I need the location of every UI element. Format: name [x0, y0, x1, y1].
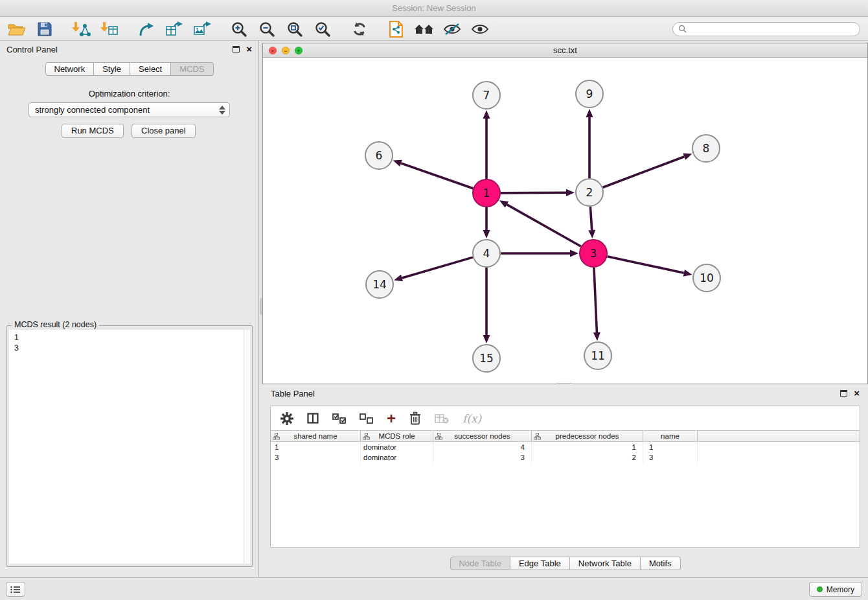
zoom-in-button[interactable] [227, 19, 251, 40]
criterion-dropdown[interactable]: strongly connected component [29, 102, 230, 117]
zoom-out-button[interactable] [255, 19, 279, 40]
zoom-fit-icon [286, 21, 303, 38]
close-table-panel-icon[interactable]: × [854, 389, 860, 398]
close-window-icon[interactable]: × [269, 47, 277, 54]
search-field[interactable] [672, 22, 860, 36]
zoom-window-icon[interactable]: + [295, 47, 303, 54]
column-header-mcds-role[interactable]: MCDS role [361, 431, 433, 441]
node-table-card: + [270, 406, 860, 548]
graph-edge-1-6[interactable] [401, 163, 473, 189]
column-header-shared-name[interactable]: shared name [271, 431, 361, 441]
select-all-columns-button[interactable] [332, 413, 346, 424]
tab-select[interactable]: Select [130, 62, 171, 76]
vertical-split-handle[interactable] [260, 298, 262, 315]
tab-edge-table[interactable]: Edge Table [510, 557, 570, 570]
graph-node-3[interactable]: 3 [580, 240, 607, 267]
memory-status-icon [817, 586, 823, 592]
graph-node-2[interactable]: 2 [576, 179, 603, 206]
close-panel-icon[interactable]: × [246, 45, 252, 54]
cell-predecessor-nodes[interactable]: 2 [532, 452, 643, 463]
table-row[interactable]: 1 dominator 4 1 1 [271, 442, 860, 452]
graph-node-15[interactable]: 15 [473, 345, 500, 372]
cell-mcds-role[interactable]: dominator [361, 442, 433, 452]
cell-mcds-role[interactable]: dominator [361, 452, 433, 463]
float-panel-icon[interactable] [233, 46, 240, 52]
cell-shared-name[interactable]: 3 [271, 452, 361, 463]
export-network-file-button[interactable] [385, 19, 408, 40]
memory-button[interactable]: Memory [809, 582, 862, 597]
graph-node-4[interactable]: 4 [473, 240, 500, 267]
graph-edge-3-10[interactable] [607, 257, 683, 273]
graph-node-9[interactable]: 9 [576, 80, 603, 108]
close-panel-button[interactable]: Close panel [131, 124, 196, 138]
graph-edge-2-3[interactable] [590, 207, 591, 230]
import-table-button[interactable] [98, 19, 121, 40]
show-columns-button[interactable] [307, 413, 319, 424]
mcds-result-groupbox: MCDS result (2 nodes) 1 3 [6, 325, 253, 567]
edge-arrowhead-icon [683, 154, 692, 160]
float-table-panel-icon[interactable] [840, 390, 847, 397]
control-panel-title: Control Panel [6, 45, 58, 54]
tab-style[interactable]: Style [94, 62, 130, 76]
graph-edge-3-1[interactable] [507, 205, 580, 247]
graph-edge-3-11[interactable] [594, 268, 597, 332]
minimize-window-icon[interactable]: − [282, 47, 290, 54]
cell-successor-nodes[interactable]: 3 [433, 452, 532, 463]
cell-predecessor-nodes[interactable]: 1 [532, 442, 643, 452]
deselect-all-columns-button[interactable] [360, 413, 373, 424]
hide-graphics-details-button[interactable] [440, 19, 464, 40]
first-neighbors-button[interactable] [413, 19, 436, 40]
graph-node-11[interactable]: 11 [584, 342, 611, 369]
mcds-result-line: 3 [14, 343, 245, 353]
birds-eye-view-button[interactable] [468, 19, 492, 40]
graph-node-8[interactable]: 8 [692, 135, 720, 162]
tab-network-table[interactable]: Network Table [570, 557, 641, 570]
task-history-button[interactable] [6, 582, 25, 597]
delete-column-button[interactable] [409, 411, 421, 425]
tab-network[interactable]: Network [45, 62, 94, 76]
graph-node-7[interactable]: 7 [473, 82, 500, 109]
tab-motifs[interactable]: Motifs [641, 557, 681, 570]
search-input[interactable] [691, 25, 854, 34]
graph-node-10[interactable]: 10 [693, 264, 720, 292]
import-network-button[interactable] [70, 19, 93, 40]
tab-node-table[interactable]: Node Table [450, 557, 510, 570]
open-file-button[interactable] [5, 19, 29, 40]
column-settings-button[interactable] [280, 412, 293, 425]
save-session-button[interactable] [33, 19, 56, 40]
zoom-in-icon [231, 21, 247, 38]
tab-mcds[interactable]: MCDS [171, 62, 213, 76]
export-image-button[interactable] [190, 19, 214, 40]
network-window-titlebar[interactable]: × − + scc.txt [263, 43, 867, 58]
cell-name[interactable]: 1 [643, 442, 698, 452]
delete-table-button[interactable] [435, 413, 449, 424]
refresh-network-button[interactable] [348, 19, 371, 40]
export-table-button[interactable] [163, 19, 186, 40]
edge-arrowhead-icon [570, 250, 578, 257]
svg-text:14: 14 [372, 278, 387, 291]
cell-successor-nodes[interactable]: 4 [433, 442, 532, 452]
column-header-name[interactable]: name [643, 431, 698, 441]
graph-node-1[interactable]: 1 [473, 179, 500, 207]
table-row[interactable]: 3 dominator 3 2 3 [271, 452, 860, 463]
run-mcds-button[interactable]: Run MCDS [62, 124, 124, 138]
graph-node-6[interactable]: 6 [365, 142, 393, 169]
export-network-button[interactable] [135, 19, 158, 40]
window-titlebar[interactable]: Session: New Session [0, 0, 868, 17]
zoom-selected-button[interactable] [311, 19, 334, 40]
cell-shared-name[interactable]: 1 [271, 442, 361, 452]
table-panel-title: Table Panel [271, 389, 315, 398]
add-column-button[interactable]: + [387, 412, 396, 425]
column-header-predecessor-nodes[interactable]: predecessor nodes [532, 431, 643, 441]
column-header-successor-nodes[interactable]: successor nodes [433, 431, 532, 441]
svg-text:2: 2 [586, 186, 593, 199]
graph-edge-4-14[interactable] [402, 257, 473, 278]
network-canvas[interactable]: 7968124314101511 [263, 58, 867, 384]
graph-edge-2-8[interactable] [603, 157, 685, 188]
result-scrollbar[interactable] [244, 330, 250, 564]
graph-node-14[interactable]: 14 [366, 271, 393, 298]
function-builder-button[interactable]: f(x) [463, 412, 481, 425]
graph-edge-1-2[interactable] [501, 192, 566, 193]
cell-name[interactable]: 3 [643, 452, 698, 463]
zoom-fit-button[interactable] [283, 19, 306, 40]
